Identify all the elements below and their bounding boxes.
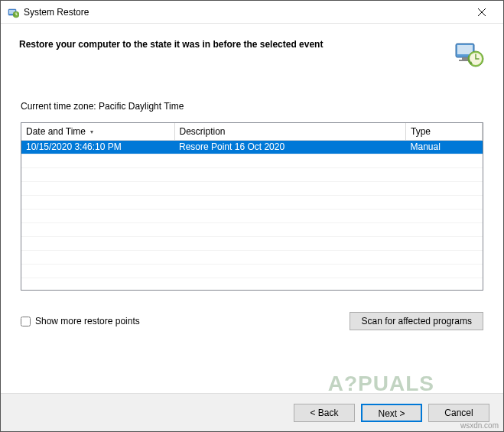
column-header-type[interactable]: Type	[406, 123, 483, 140]
restore-large-icon	[453, 37, 485, 70]
table-row	[21, 195, 483, 209]
back-button[interactable]: < Back	[294, 404, 355, 422]
column-header-date[interactable]: Date and Time ▾	[21, 123, 174, 140]
sort-desc-icon: ▾	[90, 128, 93, 135]
table-row	[21, 222, 483, 236]
column-label: Description	[180, 126, 226, 137]
table-row	[21, 167, 483, 181]
restore-points-table[interactable]: Date and Time ▾ Description Type 10/15/2…	[21, 122, 483, 291]
column-label: Date and Time	[26, 126, 86, 137]
wizard-footer: < Back Next > Cancel	[1, 393, 503, 431]
show-more-checkbox-wrap[interactable]: Show more restore points	[21, 316, 140, 326]
column-label: Type	[411, 126, 431, 137]
show-more-checkbox[interactable]	[21, 317, 31, 326]
titlebar: System Restore	[1, 1, 503, 24]
table-row	[21, 250, 483, 264]
table-header-row: Date and Time ▾ Description Type	[21, 123, 483, 140]
table-row	[21, 209, 483, 222]
cell-type: Manual	[406, 140, 483, 154]
content-panel: Current time zone: Pacific Daylight Time…	[11, 89, 493, 339]
timezone-label: Current time zone: Pacific Daylight Time	[21, 101, 483, 112]
table-row[interactable]: 10/15/2020 3:46:10 PM Resore Point 16 Oc…	[21, 140, 483, 154]
table-row	[21, 181, 483, 195]
page-heading: Restore your computer to the state it wa…	[19, 39, 323, 50]
svg-rect-5	[462, 57, 468, 60]
column-header-description[interactable]: Description	[174, 123, 406, 140]
restore-icon	[7, 6, 19, 18]
show-more-label[interactable]: Show more restore points	[35, 316, 140, 326]
cell-desc: Resore Point 16 Oct 2020	[174, 140, 406, 154]
cell-date: 10/15/2020 3:46:10 PM	[21, 140, 174, 154]
scan-affected-button[interactable]: Scan for affected programs	[350, 312, 483, 330]
table-row	[21, 154, 483, 167]
header: Restore your computer to the state it wa…	[1, 24, 503, 89]
table-row	[21, 264, 483, 278]
next-button[interactable]: Next >	[361, 404, 422, 422]
close-icon	[478, 8, 486, 16]
below-table-controls: Show more restore points Scan for affect…	[21, 312, 483, 330]
table-row	[21, 236, 483, 250]
close-button[interactable]	[467, 2, 497, 23]
window-title: System Restore	[24, 7, 467, 18]
cancel-button[interactable]: Cancel	[428, 404, 489, 422]
